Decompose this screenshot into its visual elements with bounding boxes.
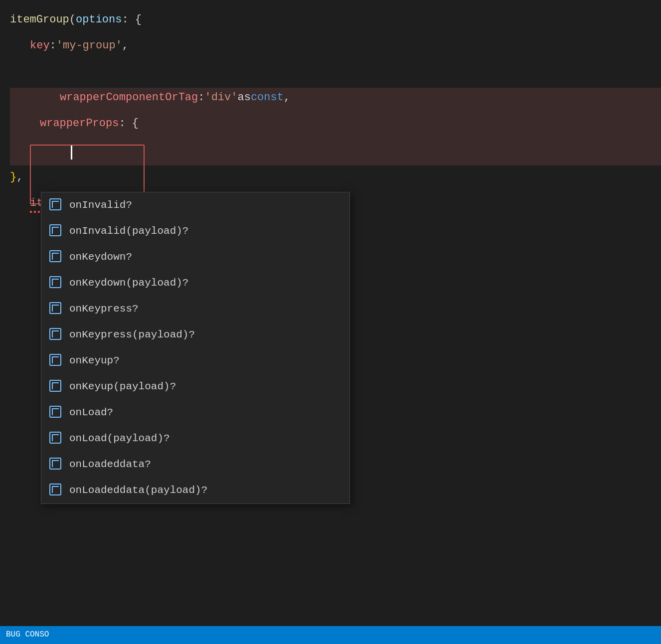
code-line-5: wrapperProps: { xyxy=(10,114,661,140)
autocomplete-label-1: onInvalid? xyxy=(69,197,132,214)
status-bar: BUG CONSO xyxy=(0,626,661,644)
property-icon-3 xyxy=(49,250,63,264)
token-paren: ( xyxy=(69,11,76,28)
property-icon-1 xyxy=(49,198,63,212)
autocomplete-item-7[interactable]: onKeyup? xyxy=(41,348,349,374)
autocomplete-item-5[interactable]: onKeypress? xyxy=(41,296,349,322)
token-string-div: 'div' xyxy=(204,89,237,106)
token-key-wp: wrapperProps xyxy=(40,115,119,132)
token-string: 'my-group' xyxy=(56,37,122,54)
token-comma2: , xyxy=(284,89,290,106)
line-wrapper-4: wrapperComponentOrTag: 'div' as const, xyxy=(10,88,661,114)
token-key-wct: wrapperComponentOrTag xyxy=(60,89,198,106)
token-comma3: , xyxy=(16,168,23,186)
code-line-7: }, xyxy=(10,167,661,193)
autocomplete-item-3[interactable]: onKeydown? xyxy=(41,244,349,270)
autocomplete-item-10[interactable]: onLoad(payload)? xyxy=(41,426,349,452)
autocomplete-item-1[interactable]: onInvalid? xyxy=(41,192,349,218)
autocomplete-label-11: onLoadeddata? xyxy=(69,456,151,473)
autocomplete-label-10: onLoad(payload)? xyxy=(69,430,170,447)
property-icon-7 xyxy=(49,354,63,368)
autocomplete-label-3: onKeydown? xyxy=(69,249,132,266)
autocomplete-label-9: onLoad? xyxy=(69,404,113,421)
editor-area: itemGroup(options: { key: 'my-group', wr… xyxy=(0,0,661,644)
autocomplete-label-2: onInvalid(payload)? xyxy=(69,223,188,240)
code-line-cursor[interactable] xyxy=(10,140,661,165)
token-brace-close: } xyxy=(10,168,16,186)
autocomplete-item-8[interactable]: onKeyup(payload)? xyxy=(41,374,349,400)
autocomplete-item-4[interactable]: onKeydown(payload)? xyxy=(41,270,349,296)
code-line-2: key: 'my-group', xyxy=(30,36,661,62)
token-comma: , xyxy=(122,37,129,54)
property-icon-11 xyxy=(49,458,63,472)
autocomplete-label-8: onKeyup(payload)? xyxy=(69,378,176,395)
status-label: BUG CONSO xyxy=(6,629,49,642)
code-line-3 xyxy=(10,62,661,88)
token-colon: : { xyxy=(122,11,142,28)
token-colon: : xyxy=(50,37,56,54)
code-editor: itemGroup(options: { key: 'my-group', wr… xyxy=(0,0,661,219)
autocomplete-label-7: onKeyup? xyxy=(69,352,120,369)
text-cursor xyxy=(71,146,72,160)
autocomplete-item-11[interactable]: onLoadeddata? xyxy=(41,452,349,478)
property-icon-4 xyxy=(49,276,63,290)
autocomplete-item-9[interactable]: onLoad? xyxy=(41,400,349,426)
code-line-4: wrapperComponentOrTag: 'div' as const, xyxy=(10,88,661,114)
token-const: const xyxy=(251,89,284,106)
token-colon3: : { xyxy=(119,115,139,132)
autocomplete-item-2[interactable]: onInvalid(payload)? xyxy=(41,218,349,244)
autocomplete-label-12: onLoadeddata(payload)? xyxy=(69,482,207,499)
autocomplete-label-6: onKeypress(payload)? xyxy=(69,326,195,343)
autocomplete-item-12[interactable]: onLoadeddata(payload)? xyxy=(41,478,349,503)
autocomplete-label-4: onKeydown(payload)? xyxy=(69,275,188,292)
property-icon-2 xyxy=(49,224,63,238)
property-icon-5 xyxy=(49,302,63,316)
property-icon-9 xyxy=(49,406,63,420)
token-param: options xyxy=(76,11,122,28)
token-as: as xyxy=(237,89,250,106)
token-key: key xyxy=(30,37,50,54)
property-icon-12 xyxy=(49,483,63,497)
code-line-1: itemGroup(options: { xyxy=(10,10,661,36)
property-icon-8 xyxy=(49,380,63,394)
token-function: itemGroup xyxy=(10,11,69,28)
line-wrapper-5: wrapperProps: { xyxy=(10,114,661,140)
property-icon-10 xyxy=(49,432,63,446)
autocomplete-dropdown[interactable]: onInvalid? onInvalid(payload)? onKeydown… xyxy=(41,192,350,504)
token-colon2: : xyxy=(198,89,204,106)
autocomplete-label-5: onKeypress? xyxy=(69,301,139,318)
autocomplete-item-6[interactable]: onKeypress(payload)? xyxy=(41,322,349,348)
property-icon-6 xyxy=(49,328,63,342)
